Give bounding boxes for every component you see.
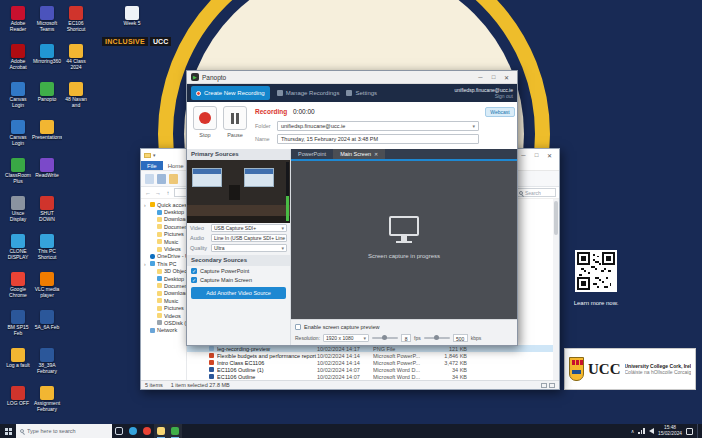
- action-center-icon[interactable]: [686, 428, 693, 435]
- details-view-icon[interactable]: [541, 383, 547, 388]
- close-icon[interactable]: ✕: [500, 74, 513, 81]
- webcast-button[interactable]: Webcast: [485, 107, 515, 117]
- task-view-taskbar-button[interactable]: [112, 424, 126, 438]
- tab-powerpoint[interactable]: PowerPoint: [291, 149, 333, 159]
- sidebar-item-osdisk-c[interactable]: OSDisk (C:): [141, 319, 186, 326]
- taskbar-clock[interactable]: 15:48 15/02/2024: [658, 425, 682, 437]
- sign-out-link[interactable]: Sign out: [455, 93, 513, 99]
- close-icon[interactable]: ✕: [543, 152, 556, 159]
- sidebar-item-music[interactable]: Music: [141, 297, 186, 304]
- file-row-leg-recording-preview[interactable]: leg-recording-preview10/02/2024 14:17PNG…: [187, 345, 553, 352]
- sidebar-item-network[interactable]: Network: [141, 327, 186, 334]
- desktop-icon-readwrite[interactable]: ReadWrite: [32, 158, 62, 179]
- manage-recordings-button[interactable]: Manage Recordings: [277, 90, 340, 96]
- desktop-icon-adobe-acrobat[interactable]: Adobe Acrobat: [3, 44, 33, 71]
- resolution-select[interactable]: 1920 x 1080 ▾: [323, 334, 369, 342]
- desktop-icon-48-navan-and-rathcroghan[interactable]: 48 Navan and Rathcroghan: [61, 82, 91, 109]
- tray-chevron-up-icon[interactable]: ∧: [631, 428, 635, 434]
- minimize-icon[interactable]: ─: [474, 74, 487, 81]
- desktop-icon-bm-sp15-feb[interactable]: BM SP15 Feb: [3, 310, 33, 337]
- fps-slider-knob[interactable]: [382, 335, 387, 340]
- sidebar-item-music[interactable]: Music: [141, 238, 186, 245]
- sidebar-item-videos[interactable]: Videos: [141, 245, 186, 252]
- taskbar-search[interactable]: Type here to search: [16, 424, 112, 438]
- desktop-icon-presentations[interactable]: Presentations: [32, 120, 62, 141]
- close-tab-icon[interactable]: ✕: [374, 151, 378, 157]
- sidebar-item-desktop[interactable]: Desktop: [141, 275, 186, 282]
- desktop-icon-google-chrome[interactable]: Google Chrome: [3, 272, 33, 299]
- scrollbar-thumb[interactable]: [554, 201, 558, 235]
- folder-select[interactable]: unifiedsp.finucane@ucc.ie ▾: [277, 121, 479, 131]
- kbps-slider-knob[interactable]: [434, 335, 439, 340]
- capture-main-screen-checkbox[interactable]: ✓ Capture Main Screen: [187, 275, 290, 284]
- volume-icon[interactable]: [649, 428, 654, 434]
- forward-icon[interactable]: →: [154, 190, 162, 196]
- explorer-search-input[interactable]: Search: [516, 188, 556, 197]
- desktop-icon-microsoft-teams[interactable]: Microsoft Teams: [32, 6, 62, 33]
- desktop-icon-this-pc-shortcut[interactable]: This PC Shortcut: [32, 234, 62, 261]
- maximize-icon[interactable]: □: [530, 152, 543, 159]
- desktop-icon-assignment-february[interactable]: Assignment February: [32, 386, 62, 413]
- pause-button[interactable]: [223, 106, 247, 130]
- desktop-icon-canvas-login[interactable]: Canvas Login: [3, 120, 33, 147]
- panopto-titlebar[interactable]: ▶ Panopto ─ □ ✕: [187, 71, 517, 84]
- quick-access-toolbar-icon[interactable]: ▾: [153, 152, 156, 158]
- copy-icon[interactable]: [157, 174, 166, 184]
- desktop-icon-canvas-login[interactable]: Canvas Login: [3, 82, 33, 109]
- add-video-source-button[interactable]: Add Another Video Source: [191, 287, 286, 299]
- enable-preview-checkbox[interactable]: Enable screen capture preview: [295, 322, 380, 331]
- file-row-intro-class-ec1106[interactable]: Intro Class EC110610/02/2024 14:14Micros…: [187, 359, 553, 366]
- fps-slider[interactable]: [372, 337, 398, 339]
- sidebar-item-pictures[interactable]: Pictures: [141, 231, 186, 238]
- desktop-icon-5a-6a-feb[interactable]: 5A_6A Feb: [32, 310, 62, 331]
- desktop-icon-clone-display[interactable]: CLONE DISPLAY: [3, 234, 33, 261]
- capture-powerpoint-checkbox[interactable]: ✓ Capture PowerPoint: [187, 266, 290, 275]
- sidebar-item-pictures[interactable]: Pictures: [141, 304, 186, 311]
- edge-taskbar-button[interactable]: [126, 424, 140, 438]
- desktop-icon-log-off[interactable]: LOG OFF: [3, 386, 33, 407]
- tab-home[interactable]: Home: [163, 161, 189, 170]
- up-icon[interactable]: ↑: [164, 190, 172, 196]
- file-menu-tab[interactable]: File: [141, 161, 163, 170]
- paste-icon[interactable]: [169, 174, 178, 184]
- quality-select[interactable]: Ultra ▾: [211, 244, 287, 252]
- desktop-icon-vlc-media-player[interactable]: VLC media player: [32, 272, 62, 299]
- file-row-ec1106-outline[interactable]: EC1106 Outline10/02/2024 14:07Microsoft …: [187, 373, 553, 380]
- minimize-icon[interactable]: ─: [517, 152, 530, 159]
- desktop-icon-week-5[interactable]: Week 5: [117, 6, 147, 27]
- panopto-taskbar-button[interactable]: [168, 424, 182, 438]
- sidebar-item-this-pc[interactable]: ›This PC: [141, 260, 186, 267]
- fps-value[interactable]: 8: [401, 334, 411, 342]
- sidebar-item-3d-objects[interactable]: 3D Objects: [141, 268, 186, 275]
- start-button[interactable]: [0, 424, 16, 438]
- sidebar-item-videos[interactable]: Videos: [141, 312, 186, 319]
- audio-source-select[interactable]: Line In (USB Capture SDI+ Line In) ▾: [211, 234, 287, 242]
- create-new-recording-button[interactable]: Create New Recording: [191, 86, 270, 100]
- desktop-icon-mirroring360[interactable]: Mirroring360: [32, 44, 62, 65]
- sidebar-item-downloads[interactable]: Downloads: [141, 216, 186, 223]
- chrome-taskbar-button[interactable]: [140, 424, 154, 438]
- back-icon[interactable]: ←: [144, 190, 152, 196]
- session-name-input[interactable]: Thursday, 15 February 2024 at 3:48 PM: [277, 134, 479, 144]
- sidebar-item-documents[interactable]: Documents: [141, 223, 186, 230]
- kbps-slider[interactable]: [424, 337, 450, 339]
- sidebar-item-documents[interactable]: Documents: [141, 282, 186, 289]
- desktop-icon-shut-down[interactable]: SHUT DOWN: [32, 196, 62, 223]
- file-row-ec1106-outline-1[interactable]: EC1106 Outline (1)10/02/2024 14:07Micros…: [187, 366, 553, 373]
- settings-button[interactable]: Settings: [346, 90, 377, 96]
- stop-button[interactable]: [193, 106, 217, 130]
- network-icon[interactable]: [638, 428, 645, 434]
- desktop-icon-38-39a-february[interactable]: 38_39A February: [32, 348, 62, 375]
- kbps-value[interactable]: 500: [453, 334, 468, 342]
- sidebar-item-downloads[interactable]: Downloads: [141, 290, 186, 297]
- desktop-icon-log-a-fault[interactable]: Log a fault: [3, 348, 33, 369]
- file-explorer-taskbar-button[interactable]: [154, 424, 168, 438]
- desktop-icon-44-class-2024[interactable]: 44 Class 2024: [61, 44, 91, 71]
- desktop-icon-uisce-display[interactable]: Uisce Display: [3, 196, 33, 223]
- pin-icon[interactable]: [145, 174, 154, 184]
- video-source-select[interactable]: USB Capture SDI+ ▾: [211, 224, 287, 232]
- sidebar-item-quick-access[interactable]: ›Quick access: [141, 201, 186, 208]
- sidebar-item-onedrive-univer[interactable]: OneDrive - Univer...: [141, 253, 186, 260]
- tab-main-screen[interactable]: Main Screen ✕: [333, 149, 385, 159]
- desktop-icon-ec106-shortcut[interactable]: EC106 Shortcut: [61, 6, 91, 33]
